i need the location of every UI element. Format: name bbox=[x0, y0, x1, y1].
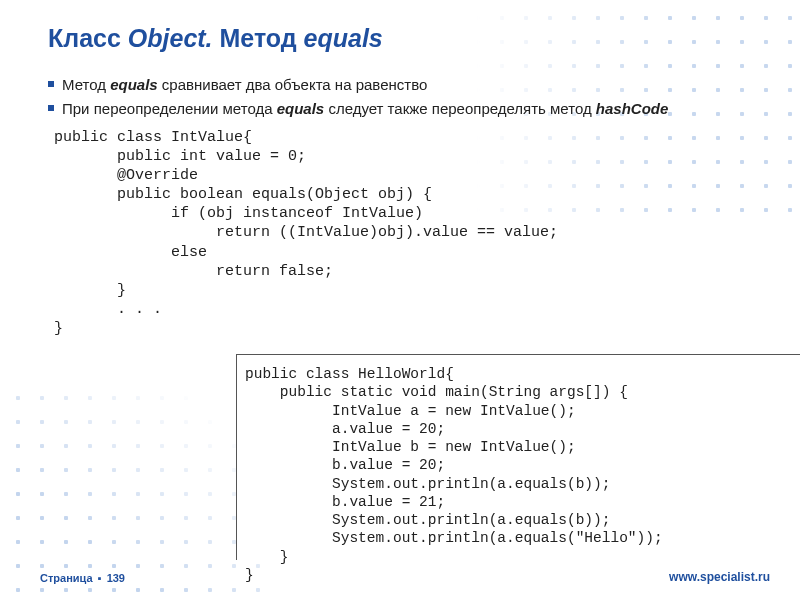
slide: Класс Object. Метод equals Метод equals … bbox=[0, 0, 800, 600]
bullet-separator-icon: ▪ bbox=[98, 572, 102, 584]
decorative-dots-bottom bbox=[0, 380, 260, 600]
slide-title: Класс Object. Метод equals bbox=[48, 24, 760, 53]
title-em2: equals bbox=[304, 24, 383, 52]
bullet-text-em: equals bbox=[277, 100, 325, 117]
bullet-text-post: следует также переопределять метод bbox=[324, 100, 596, 117]
code-block-main: public class IntValue{ public int value … bbox=[54, 128, 760, 339]
bullet-text-post: сравнивает два объекта на равенство bbox=[158, 76, 428, 93]
footer-page-label: Страница bbox=[40, 572, 93, 584]
bullet-item: Метод equals сравнивает два объекта на р… bbox=[48, 75, 760, 95]
bullet-text-em2: hashCode bbox=[596, 100, 669, 117]
code-block-inset: public class HelloWorld{ public static v… bbox=[245, 365, 792, 584]
title-em1: Object. bbox=[128, 24, 213, 52]
title-part1: Класс bbox=[48, 24, 128, 52]
title-part2: Метод bbox=[213, 24, 304, 52]
bullet-item: При переопределении метода equals следуе… bbox=[48, 99, 760, 119]
footer-url: www.specialist.ru bbox=[669, 570, 770, 584]
footer-page-number: 139 bbox=[107, 572, 125, 584]
footer-page: Страница ▪ 139 bbox=[40, 572, 125, 584]
bullet-text-pre: Метод bbox=[62, 76, 110, 93]
bullet-text-em: equals bbox=[110, 76, 158, 93]
code-box: public class HelloWorld{ public static v… bbox=[236, 354, 800, 560]
bullet-text-pre: При переопределении метода bbox=[62, 100, 277, 117]
bullet-list: Метод equals сравнивает два объекта на р… bbox=[48, 75, 760, 120]
